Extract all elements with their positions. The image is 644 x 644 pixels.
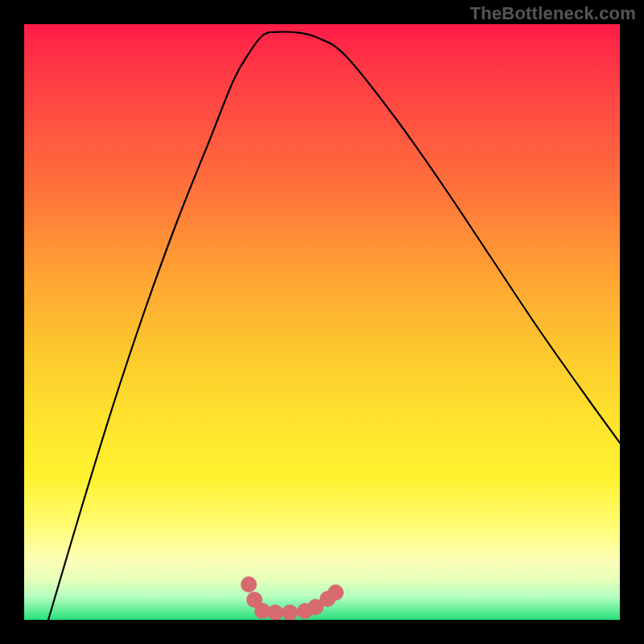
bottleneck-curve-left xyxy=(48,32,270,620)
data-point-marker xyxy=(282,605,298,620)
data-point-marker xyxy=(241,576,257,592)
data-point-marker xyxy=(267,605,283,620)
plot-area xyxy=(24,24,620,620)
data-point-marker xyxy=(328,584,344,601)
watermark-text: TheBottleneck.com xyxy=(470,3,636,24)
bottleneck-curve-right xyxy=(270,31,620,443)
curve-layer xyxy=(24,24,620,620)
marker-group xyxy=(241,576,344,620)
chart-frame: TheBottleneck.com xyxy=(0,0,644,644)
